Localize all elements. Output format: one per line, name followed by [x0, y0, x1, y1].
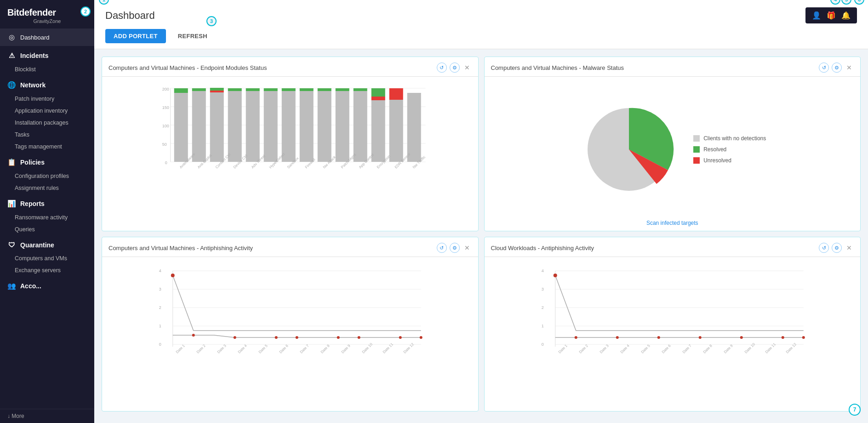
sidebar-item-ransomware-activity[interactable]: Ransomware activity [0, 212, 94, 223]
portlet-antiphishing-cloud-controls: ↺ ⚙ ✕ [819, 243, 854, 253]
svg-text:Date 10: Date 10 [743, 342, 756, 354]
refresh-button[interactable]: REFRESH [170, 29, 216, 43]
svg-text:Date 2: Date 2 [196, 343, 206, 354]
annotation-3: 3 [206, 16, 217, 26]
portlet-malware-refresh[interactable]: ↺ [819, 63, 829, 73]
sidebar-label-queries: Queries [15, 226, 35, 233]
notification-icon[interactable]: 🔔 [839, 10, 852, 21]
svg-rect-37 [389, 88, 403, 100]
sidebar-item-accounts[interactable]: 👥 Acco... [0, 276, 94, 294]
sidebar-item-tasks[interactable]: Tasks [0, 129, 94, 141]
sidebar-item-assignment-rules[interactable]: Assignment rules [0, 182, 94, 194]
portlet-antiphishing-cloud-title: Cloud Workloads - Antiphishing Activity [491, 245, 594, 252]
portlet-antiphishing-vms-close[interactable]: ✕ [463, 243, 472, 252]
svg-text:1: 1 [541, 324, 543, 328]
portlet-malware-body: Clients with no detections Resolved Unre… [485, 77, 861, 231]
sidebar-label-tags-management: Tags management [15, 143, 62, 150]
pie-legend: Clients with no detections Resolved Unre… [693, 135, 766, 164]
sidebar-item-tags-management[interactable]: Tags management [0, 141, 94, 153]
portlet-malware-status: Computers and Virtual Machines - Malware… [484, 57, 861, 231]
page-title: Dashboard [105, 10, 155, 22]
sidebar-item-queries[interactable]: Queries [0, 223, 94, 235]
svg-text:0: 0 [165, 160, 167, 165]
legend-label-unresolved: Unresolved [703, 157, 731, 164]
legend-unresolved: Unresolved [693, 157, 766, 164]
portlet-endpoint-modules-close[interactable]: ✕ [463, 63, 472, 72]
sidebar-item-computers-vms[interactable]: Computers and VMs [0, 252, 94, 264]
sidebar-label-network: Network [20, 81, 46, 89]
sidebar-item-quarantine[interactable]: 🛡 Quarantine [0, 235, 94, 252]
sidebar-item-exchange-servers[interactable]: Exchange servers [0, 264, 94, 276]
sidebar-item-dashboard[interactable]: ◎ Dashboard [0, 29, 94, 46]
svg-point-100 [616, 336, 618, 339]
portlet-antiphishing-vms-settings[interactable]: ⚙ [450, 243, 460, 253]
svg-text:0: 0 [541, 342, 543, 347]
sidebar-item-blocklist[interactable]: Blocklist [0, 63, 94, 75]
portlet-antiphishing-cloud-header: Cloud Workloads - Antiphishing Activity … [485, 237, 861, 257]
svg-text:Date 9: Date 9 [723, 343, 733, 354]
sidebar-label-installation-packages: Installation packages [15, 120, 69, 126]
sidebar-item-reports[interactable]: 📊 Reports [0, 194, 94, 212]
portlet-antiphishing-cloud-refresh[interactable]: ↺ [819, 243, 829, 253]
sidebar-item-network[interactable]: 🌐 Network [0, 75, 94, 93]
svg-point-98 [553, 274, 557, 277]
svg-text:Date 12: Date 12 [785, 342, 797, 354]
sidebar-label-blocklist: Blocklist [15, 66, 36, 73]
svg-text:Date 8: Date 8 [320, 343, 331, 354]
pie-chart-svg [578, 99, 680, 200]
sidebar-item-policies[interactable]: 📋 Policies [0, 153, 94, 170]
portlet-endpoint-modules-refresh[interactable]: ↺ [437, 63, 447, 73]
sidebar-item-patch-inventory[interactable]: Patch inventory [0, 93, 94, 105]
svg-point-69 [275, 336, 278, 339]
portlet-antiphishing-cloud-close[interactable]: ✕ [845, 243, 854, 252]
svg-rect-14 [192, 91, 206, 162]
line-chart-cloud-svg: 4 3 2 1 0 [491, 262, 854, 372]
portlet-antiphishing-vms-refresh[interactable]: ↺ [437, 243, 447, 253]
more-label: ↓ More [7, 413, 24, 419]
svg-text:Date 4: Date 4 [619, 343, 630, 354]
svg-point-102 [698, 336, 701, 339]
svg-text:4: 4 [541, 269, 543, 273]
svg-text:2: 2 [159, 305, 161, 310]
svg-text:150: 150 [162, 105, 169, 110]
brand-sub: GravityZone [7, 18, 87, 24]
svg-text:Date 2: Date 2 [578, 343, 588, 354]
header: 1 Dashboard 👤 🎁 🔔 4 5 6 3 ADD PORTLET RE… [94, 0, 868, 49]
svg-rect-32 [354, 88, 367, 91]
incidents-icon: ⚠ [7, 51, 16, 60]
portlet-antiphishing-vms-title: Computers and Virtual Machines - Antiphi… [108, 245, 253, 252]
sidebar-item-configuration-profiles[interactable]: Configuration profiles [0, 170, 94, 182]
sidebar-label-configuration-profiles: Configuration profiles [15, 173, 69, 179]
portlet-antiphishing-vms-header: Computers and Virtual Machines - Antiphi… [102, 237, 478, 257]
portlet-endpoint-modules-title: Computers and Virtual Machines - Endpoin… [108, 64, 267, 71]
svg-text:4: 4 [159, 269, 161, 273]
svg-point-67 [192, 334, 195, 337]
user-icon[interactable]: 👤 [810, 10, 823, 21]
svg-text:Date 3: Date 3 [599, 343, 609, 354]
annotation-6: 6 [854, 0, 864, 5]
scan-infected-targets-link[interactable]: Scan infected targets [646, 217, 698, 231]
svg-text:Date 4: Date 4 [237, 343, 248, 354]
svg-point-101 [657, 336, 660, 339]
svg-rect-20 [246, 88, 260, 91]
portlet-antiphishing-cloud-settings[interactable]: ⚙ [832, 243, 842, 253]
portlet-malware-close[interactable]: ✕ [845, 63, 854, 72]
portlet-malware-settings[interactable]: ⚙ [832, 63, 842, 73]
gift-icon[interactable]: 🎁 [825, 10, 838, 21]
sidebar-item-incidents[interactable]: ⚠ Incidents [0, 46, 94, 63]
sidebar-item-installation-packages[interactable]: Installation packages [0, 117, 94, 129]
svg-text:Date 6: Date 6 [279, 343, 289, 354]
legend-label-no-detections: Clients with no detections [703, 135, 766, 142]
svg-rect-21 [246, 91, 260, 162]
svg-point-70 [296, 336, 298, 339]
svg-rect-15 [210, 88, 224, 91]
add-portlet-button[interactable]: ADD PORTLET [105, 29, 166, 43]
sidebar-item-application-inventory[interactable]: Application inventory [0, 105, 94, 117]
svg-rect-23 [264, 91, 278, 162]
svg-rect-18 [228, 88, 242, 91]
more-button[interactable]: ↓ More [0, 409, 94, 423]
sidebar-label-patch-inventory: Patch inventory [15, 96, 54, 102]
svg-text:3: 3 [541, 287, 543, 292]
svg-rect-12 [174, 93, 188, 162]
portlet-endpoint-modules-settings[interactable]: ⚙ [450, 63, 460, 73]
